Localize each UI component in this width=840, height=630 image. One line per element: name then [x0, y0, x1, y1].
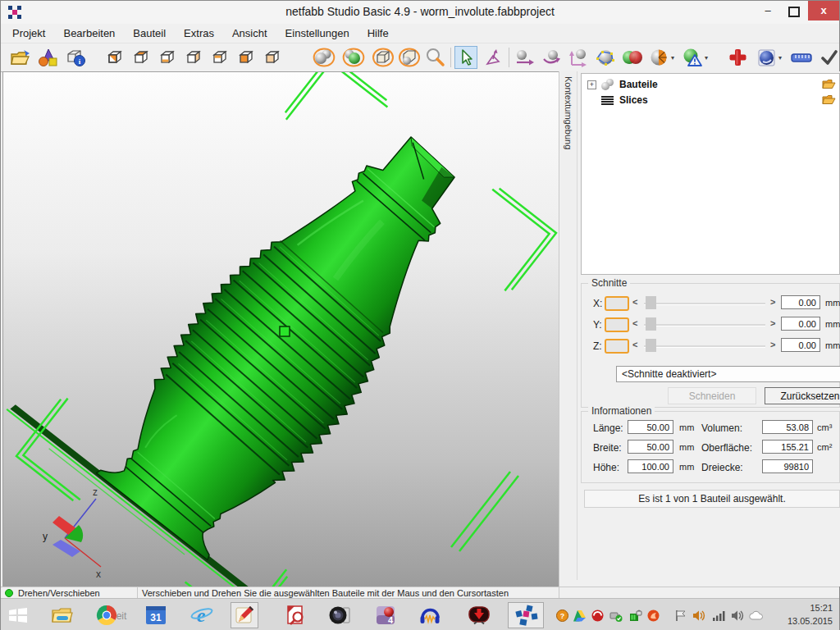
viewport-3d[interactable]: zxy [2, 71, 559, 587]
slider-right-arrow[interactable]: > [770, 318, 775, 328]
edit-part-button[interactable] [756, 46, 778, 69]
repair-parts-button[interactable] [313, 46, 336, 69]
add-repair-button[interactable] [726, 46, 749, 69]
tray-security-icon[interactable] [591, 609, 605, 623]
slider-left-arrow[interactable]: < [632, 340, 637, 349]
tree-item-bauteile[interactable]: + Bauteile [582, 77, 839, 93]
select-surfaces-button[interactable] [594, 46, 617, 69]
tray-memory-lock-icon[interactable] [628, 609, 642, 623]
edit-dropdown-caret[interactable]: ▾ [778, 54, 785, 62]
folder-icon[interactable] [822, 79, 836, 89]
zuruecksetzen-button[interactable]: Zurücksetzen [765, 387, 840, 404]
context-tab[interactable]: Kontextumgebung [561, 71, 578, 580]
tray-volume-icon[interactable] [692, 609, 705, 623]
taskbar-pdf-viewer[interactable] [281, 602, 309, 628]
tray-cloud-icon[interactable] [749, 609, 763, 623]
y-slider-thumb[interactable] [646, 317, 656, 331]
title-bar[interactable]: netfabb Studio Basic 4.9 - worm_involute… [1, 1, 839, 24]
z-slider-thumb[interactable] [646, 339, 656, 352]
y-slider-track[interactable] [644, 324, 765, 326]
taskbar-clock[interactable]: 15:21 13.05.2015 [788, 601, 833, 628]
analysis-sphere-icon [682, 48, 705, 67]
view-cube-1-button[interactable] [104, 46, 127, 69]
boolean-operation-button[interactable] [621, 46, 644, 69]
taskbar-drawing-tool[interactable] [231, 602, 258, 628]
menu-projekt[interactable]: Projekt [12, 27, 45, 39]
convert-part-button[interactable] [398, 46, 421, 69]
worm-involute-model[interactable]: zxy [3, 72, 559, 587]
expand-icon[interactable]: + [587, 80, 596, 89]
bounding-box-button[interactable] [372, 46, 395, 69]
analysis-dropdown-caret[interactable]: ▾ [705, 54, 711, 62]
taskbar-media-player[interactable]: 4 [372, 602, 399, 628]
menu-einstellungen[interactable]: Einstellungen [285, 27, 349, 39]
menu-ansicht[interactable]: Ansicht [232, 27, 267, 39]
tray-sound-icon[interactable] [730, 609, 744, 623]
scale-part-button[interactable] [567, 46, 590, 69]
open-project-button[interactable] [9, 46, 32, 69]
minimize-button[interactable]: – [756, 1, 780, 21]
repair-selected-button[interactable] [342, 46, 365, 69]
view-cube-2-button[interactable] [130, 46, 153, 69]
tray-firewall-icon[interactable] [646, 609, 660, 623]
slider-right-arrow[interactable]: > [770, 340, 775, 349]
slider-left-arrow[interactable]: < [632, 297, 637, 307]
cut-dropdown-caret[interactable]: ▾ [671, 54, 678, 62]
x-value-input[interactable]: 0.00 [781, 295, 820, 309]
view-cube-7-button[interactable] [262, 46, 285, 69]
folder-icon[interactable] [822, 94, 836, 105]
x-slider-thumb[interactable] [646, 296, 656, 309]
x-slider-track[interactable] [644, 303, 765, 305]
z-slice-toggle-button[interactable] [605, 339, 629, 354]
view-cube-6-button[interactable] [235, 46, 258, 69]
tree-item-slices[interactable]: Slices [582, 93, 839, 108]
context-tab-label: Kontextumgebung [564, 76, 573, 149]
view-cube-5-button[interactable] [209, 46, 232, 69]
taskbar-chrome[interactable] [93, 602, 121, 628]
tray-network-signal-icon[interactable] [711, 609, 725, 623]
slice-row-z: Z: < > 0.00 mm [582, 338, 839, 356]
start-button[interactable] [4, 602, 32, 628]
rotate-view-button[interactable] [482, 46, 505, 69]
view-cube-4-button[interactable] [183, 46, 206, 69]
taskbar-file-explorer[interactable] [48, 602, 76, 628]
z-value-input[interactable]: 0.00 [781, 338, 820, 352]
z-slider-track[interactable] [644, 345, 765, 348]
move-part-button[interactable] [513, 46, 536, 69]
slice-mode-select[interactable]: <Schnitte deaktiviert>▼ [616, 366, 840, 382]
menu-bauteil[interactable]: Bauteil [133, 27, 166, 39]
tray-google-drive-icon[interactable] [573, 609, 587, 623]
tray-flag-icon[interactable] [673, 609, 687, 623]
view-cube-icon [158, 48, 178, 66]
x-slice-toggle-button[interactable] [605, 296, 629, 311]
zoom-button[interactable] [424, 46, 447, 69]
rotate-part-button[interactable] [540, 46, 563, 69]
tray-usb-icon[interactable] [609, 609, 623, 623]
close-button[interactable]: x [808, 1, 839, 21]
menu-bearbeiten[interactable]: Bearbeiten [63, 27, 115, 39]
add-part-button[interactable] [37, 46, 60, 69]
view-cube-3-button[interactable] [157, 46, 180, 69]
taskbar-calendar[interactable]: 31 [142, 602, 170, 628]
taskbar-video-downloader[interactable] [465, 602, 493, 628]
measure-button[interactable] [790, 46, 813, 69]
part-info-button[interactable]: i [65, 46, 88, 69]
select-cursor-button[interactable] [454, 46, 477, 69]
analyse-part-button[interactable] [682, 46, 705, 69]
slider-left-arrow[interactable]: < [632, 318, 637, 328]
y-slice-toggle-button[interactable] [605, 317, 629, 332]
taskbar-camera[interactable] [326, 602, 354, 628]
taskbar-netfabb-active[interactable] [508, 602, 544, 628]
taskbar-audacity[interactable] [416, 602, 444, 628]
y-value-input[interactable]: 0.00 [781, 317, 820, 331]
taskbar-internet-explorer[interactable]: e [188, 602, 216, 628]
tray-tuneup-icon[interactable]: ? [555, 609, 569, 623]
apply-button[interactable] [818, 46, 840, 69]
menu-extras[interactable]: Extras [184, 27, 214, 39]
slider-right-arrow[interactable]: > [770, 297, 775, 307]
right-panel: Kontextumgebung + Bauteile Slices Schnit… [559, 71, 840, 587]
schneiden-button[interactable]: Schneiden [668, 387, 756, 404]
cut-part-button[interactable] [648, 46, 671, 69]
menu-hilfe[interactable]: Hilfe [368, 27, 389, 39]
maximize-button[interactable] [782, 1, 806, 21]
